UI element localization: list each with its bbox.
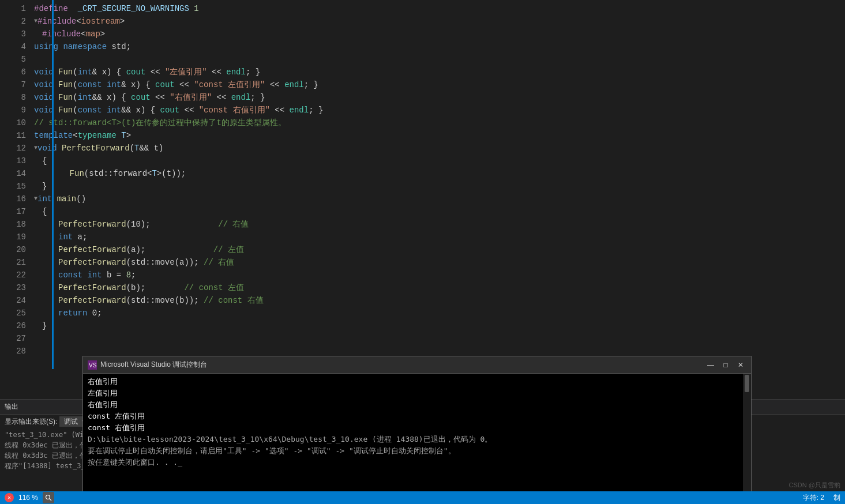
left-indicator [52, 0, 54, 369]
code-line-14: Fun(std::forward<T>(t)); [32, 167, 845, 180]
code-line-18: PerfectForward(10); // 右值 [32, 218, 845, 231]
code-line-11: template<typename T> [32, 129, 845, 142]
code-container: 1 2 3 4 5 6 7 8 9 10 11 12 13 14 15 16 1… [0, 0, 845, 369]
svg-point-0 [46, 495, 50, 499]
code-line-27 [32, 332, 845, 345]
code-line-16: ▼int main() [32, 193, 845, 205]
error-indicator[interactable]: ✕ [5, 493, 14, 502]
code-line-12: ▼void PerfectForward(T&& t) [32, 142, 845, 155]
svg-line-1 [50, 499, 51, 501]
code-line-25: return 0; [32, 307, 845, 319]
code-line-26: } [32, 319, 845, 332]
code-line-13: { [32, 155, 845, 167]
console-body: 右值引用 左值引用 右值引用 const 左值引用 const 右值引用 D:\… [83, 374, 751, 494]
console-scrollbar[interactable] [743, 374, 751, 495]
console-scrollbar-thumb [745, 375, 749, 392]
console-line-4: const 左值引用 [88, 411, 746, 422]
code-line-4: using namespace std; [32, 40, 845, 53]
line-numbers: 1 2 3 4 5 6 7 8 9 10 11 12 13 14 15 16 1… [0, 0, 32, 369]
code-line-10: // std::forward<T>(t)在传参的过程中保持了t的原生类型属性。 [32, 116, 845, 129]
code-line-15: } [32, 180, 845, 193]
maximize-button[interactable]: □ [720, 359, 731, 371]
console-line-5: const 右值引用 [88, 422, 746, 434]
code-line-3: #include<map> [32, 28, 845, 40]
vs-icon: VS [88, 360, 97, 370]
minimize-button[interactable]: — [705, 359, 716, 371]
status-left: ✕ 116 % [5, 492, 54, 503]
csdn-watermark: CSDN @只是雪豹 [789, 481, 840, 490]
close-button[interactable]: ✕ [735, 359, 746, 371]
svg-text:VS: VS [89, 362, 97, 368]
code-content[interactable]: #define _CRT_SECURE_NO_WARNINGS 1 ▼#incl… [32, 0, 845, 369]
output-panel-label: 输出 [5, 402, 18, 412]
status-bar: ✕ 116 % 字符: 2 制 [0, 491, 845, 504]
search-icon[interactable] [43, 492, 54, 503]
console-line-3: 右值引用 [88, 399, 746, 411]
code-line-22: const int b = 8; [32, 269, 845, 281]
editor-area: 1 2 3 4 5 6 7 8 9 10 11 12 13 14 15 16 1… [0, 0, 845, 369]
code-line-19: int a; [32, 231, 845, 243]
console-title: Microsoft Visual Studio 调试控制台 [100, 360, 701, 370]
status-right: 字符: 2 制 [803, 493, 840, 503]
console-titlebar: VS Microsoft Visual Studio 调试控制台 — □ ✕ [83, 356, 751, 374]
output-source-label: 显示输出来源(S): [5, 417, 57, 427]
code-line-2: ▼#include<iostream> [32, 15, 845, 28]
console-line-8: 按任意键关闭此窗口. . ._ [88, 457, 746, 468]
code-line-6: void Fun(int& x) { cout << "左值引用" << end… [32, 66, 845, 78]
console-line-2: 左值引用 [88, 388, 746, 399]
zoom-level: 116 % [18, 494, 38, 502]
code-line-20: PerfectForward(a); // 左值 [32, 243, 845, 256]
code-line-17: { [32, 205, 845, 218]
code-line-8: void Fun(int&& x) { cout << "右值引用" << en… [32, 91, 845, 104]
code-line-7: void Fun(const int& x) { cout << "const … [32, 78, 845, 91]
code-line-24: PerfectForward(std::move(b)); // const 右… [32, 294, 845, 307]
console-line-6: D:\bite\bite-lesson2023-2024\test_3_10\x… [88, 434, 746, 445]
console-line-7: 要在调试停止时自动关闭控制台，请启用"工具" -> "选项" -> "调试" -… [88, 445, 746, 457]
code-line-23: PerfectForward(b); // const 左值 [32, 281, 845, 294]
code-line-5 [32, 53, 845, 66]
console-line-1: 右值引用 [88, 376, 746, 388]
code-line-9: void Fun(const int&& x) { cout << "const… [32, 104, 845, 116]
console-window: VS Microsoft Visual Studio 调试控制台 — □ ✕ 右… [82, 356, 752, 494]
edit-mode: 制 [833, 493, 840, 503]
code-line-1: #define _CRT_SECURE_NO_WARNINGS 1 [32, 2, 845, 15]
code-line-21: PerfectForward(std::move(a)); // 右值 [32, 256, 845, 269]
char-col: 字符: 2 [803, 493, 824, 503]
